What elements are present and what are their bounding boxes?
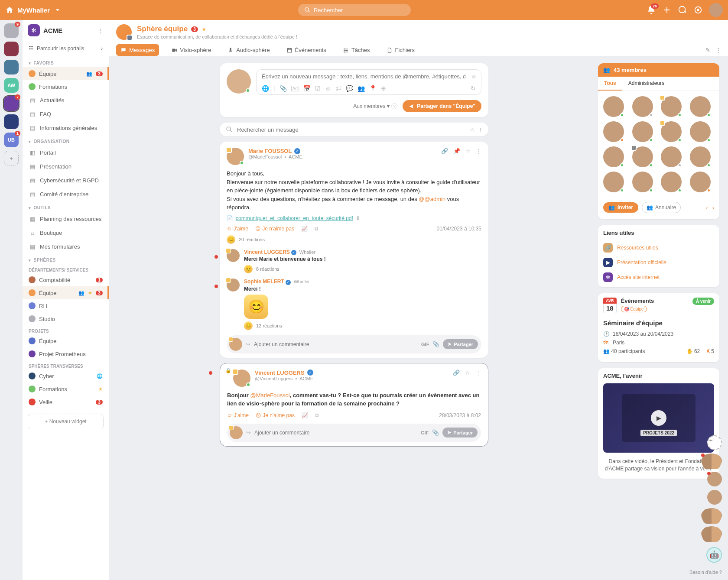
- tab-audio[interactable]: Audio-sphère: [223, 44, 274, 56]
- post-more[interactable]: ⋮: [475, 369, 481, 387]
- rail-add-workspace[interactable]: +: [4, 151, 19, 165]
- float-chat[interactable]: [707, 472, 722, 486]
- float-chat[interactable]: [707, 490, 722, 505]
- chart-icon[interactable]: 📈: [301, 226, 308, 232]
- comment-input[interactable]: [254, 430, 417, 436]
- copy-icon[interactable]: ⧉: [315, 412, 319, 418]
- people-icon[interactable]: 👥: [358, 85, 365, 92]
- share-button[interactable]: Partager dans "Équipe": [403, 100, 481, 112]
- plus-circle-icon[interactable]: ⊕: [381, 85, 386, 92]
- message-search-input[interactable]: [237, 126, 465, 133]
- rail-item[interactable]: [4, 60, 19, 75]
- attach-icon[interactable]: 📎: [432, 341, 439, 347]
- dislike-button[interactable]: ☹ Je n'aime pas: [255, 226, 294, 232]
- member-avatar[interactable]: [690, 146, 711, 167]
- emoji-icon[interactable]: ☺: [471, 73, 477, 80]
- rail-item[interactable]: [4, 114, 19, 129]
- star-icon[interactable]: ☆: [465, 369, 470, 387]
- comment-share-button[interactable]: ➤ Partager: [443, 339, 478, 349]
- like-button[interactable]: ☺ J'aime: [227, 412, 249, 418]
- browse-portals[interactable]: ☷ Parcourir les portails ›: [23, 41, 109, 56]
- notifications-button[interactable]: 26: [647, 5, 656, 15]
- member-avatar[interactable]: [661, 172, 682, 192]
- member-avatar[interactable]: [603, 121, 624, 142]
- next-icon[interactable]: ›: [712, 204, 714, 211]
- event-title[interactable]: Séminaire d'équipe: [603, 319, 714, 327]
- new-widget-button[interactable]: + Nouveau widget: [28, 414, 104, 429]
- tab-admins[interactable]: Administrateurs: [622, 77, 670, 91]
- member-avatar[interactable]: [603, 96, 624, 117]
- star-filter-icon[interactable]: ☆: [470, 126, 475, 133]
- member-avatar[interactable]: [632, 96, 653, 117]
- pin-icon[interactable]: 📌: [453, 148, 460, 165]
- attach-icon[interactable]: 📎: [432, 429, 439, 436]
- rail-item[interactable]: 9: [4, 23, 19, 38]
- user-avatar[interactable]: [709, 3, 723, 17]
- mention[interactable]: @@admin: [419, 196, 445, 202]
- member-avatar[interactable]: [603, 146, 624, 167]
- message-search[interactable]: ☆⫯: [220, 123, 488, 136]
- workspace-more[interactable]: ⋮: [98, 27, 104, 34]
- brand-home[interactable]: MyWhaller: [5, 6, 62, 14]
- dislike-button[interactable]: ☹ Je n'aime pas: [256, 412, 295, 418]
- copy-icon[interactable]: ⧉: [315, 226, 318, 232]
- float-chat-pair[interactable]: [701, 508, 722, 523]
- member-avatar[interactable]: [632, 172, 653, 192]
- link-icon[interactable]: 🔗: [441, 148, 448, 165]
- audience-selector[interactable]: Aux membres ▾ ?: [353, 103, 397, 109]
- directory-button[interactable]: 👥 Annuaire: [642, 202, 681, 213]
- tab-visio[interactable]: Visio-sphère: [167, 44, 215, 56]
- link-item[interactable]: ▶Présentation officielle: [598, 255, 719, 270]
- composer-input[interactable]: [262, 73, 465, 80]
- float-chat-pair[interactable]: [701, 454, 722, 468]
- attachment-name[interactable]: communiquer_et_collaborer_en_toute_sécur…: [236, 215, 353, 221]
- post-more[interactable]: ⋮: [476, 148, 481, 165]
- sidebar-item-studio[interactable]: Studio: [23, 312, 109, 325]
- chat-icon[interactable]: 💬: [346, 85, 353, 92]
- sidebar-item-faq[interactable]: ▤FAQ: [23, 107, 109, 121]
- member-avatar[interactable]: [690, 172, 711, 192]
- sidebar-item-rh[interactable]: RH: [23, 299, 109, 312]
- sidebar-item-equipe2[interactable]: Équipe👥★3: [23, 286, 109, 299]
- sidebar-item-equipe[interactable]: Équipe👥3: [23, 67, 109, 80]
- star-icon[interactable]: ★: [202, 26, 207, 32]
- tab-messages[interactable]: Messages: [116, 44, 159, 56]
- calendar-icon[interactable]: 📅: [303, 85, 311, 92]
- reactions[interactable]: 😊20 réactions: [227, 235, 481, 244]
- sidebar-item-comite[interactable]: ▤Comité d'entreprise: [23, 187, 109, 201]
- video-thumbnail[interactable]: ▶ PROJETS 2022: [603, 383, 714, 453]
- refresh-icon[interactable]: ↻: [471, 85, 476, 92]
- edit-icon[interactable]: ✎: [705, 47, 710, 53]
- task-icon[interactable]: ☑: [315, 85, 321, 92]
- help-link[interactable]: Besoin d'aide ?: [689, 570, 722, 575]
- gif-button[interactable]: GIF: [421, 342, 429, 347]
- tab-all[interactable]: Tous: [598, 77, 622, 91]
- sidebar-item-prometheus[interactable]: Projet Prometheus: [23, 347, 109, 360]
- like-button[interactable]: ☺ J'aime: [227, 226, 248, 232]
- member-avatar[interactable]: [661, 96, 682, 117]
- member-avatar[interactable]: [603, 172, 624, 192]
- star-icon[interactable]: ☆: [465, 148, 471, 165]
- post-author[interactable]: Vincent LUGGERS: [255, 369, 305, 376]
- rail-item[interactable]: AW: [4, 78, 19, 93]
- member-avatar[interactable]: [661, 121, 682, 142]
- member-avatar[interactable]: [632, 146, 653, 167]
- sidebar-item-planning[interactable]: ▦Planning des ressources: [23, 212, 109, 226]
- sidebar-item-equipe3[interactable]: Équipe: [23, 334, 109, 347]
- settings-button[interactable]: [693, 5, 703, 15]
- tag-icon[interactable]: 🏷: [335, 85, 341, 92]
- tab-events[interactable]: Événements: [282, 44, 331, 56]
- sidebar-item-presentation[interactable]: ▤Présentation: [23, 159, 109, 173]
- download-icon[interactable]: ⬇: [356, 215, 360, 221]
- float-chat-pair[interactable]: [701, 526, 722, 541]
- pin-icon[interactable]: 📍: [369, 85, 377, 92]
- sidebar-item-actualites[interactable]: ▤Actualités: [23, 93, 109, 107]
- smile-icon[interactable]: ☺: [325, 85, 331, 92]
- link-item[interactable]: ✻Accès site internet: [598, 270, 719, 287]
- add-button[interactable]: [662, 5, 672, 15]
- sidebar-item-formations[interactable]: Formations: [23, 80, 109, 93]
- mention[interactable]: @MarieFoussol: [250, 392, 289, 399]
- sidebar-item-cyber[interactable]: ▤Cybersécurité et RGPD: [23, 173, 109, 187]
- post-author[interactable]: Marie FOUSSOL: [248, 148, 292, 154]
- filter-icon[interactable]: ⫯: [479, 126, 482, 133]
